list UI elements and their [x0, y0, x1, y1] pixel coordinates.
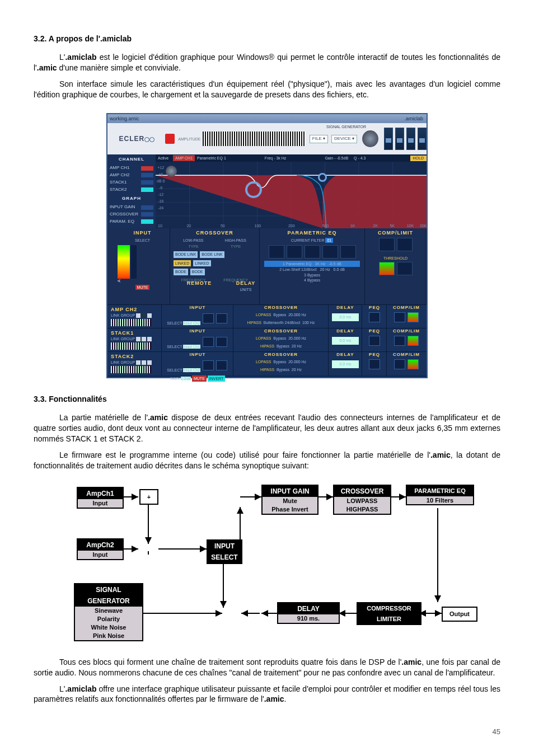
eq-knob[interactable]: [322, 245, 338, 259]
peq-icon[interactable]: [369, 312, 380, 322]
comp-icon[interactable]: [394, 312, 405, 322]
aside-row[interactable]: AMP CH1: [110, 165, 153, 171]
select-label: SELECT: [118, 238, 167, 243]
bodelink-chip[interactable]: BODE LINK: [174, 251, 198, 257]
link-group[interactable]: LINK GROUP: [111, 360, 152, 365]
peq-icon[interactable]: [369, 336, 380, 346]
switch-icon: [141, 173, 153, 177]
sel-value[interactable]: Input Ch2: [183, 368, 200, 372]
gain-value[interactable]: 0.0dB: [181, 377, 191, 381]
eq-row[interactable]: 4 Bypass: [264, 278, 360, 283]
box-title-l2: GENERATOR: [75, 595, 142, 607]
seg-title: CROSSOVER: [233, 305, 329, 311]
file-dropdown[interactable]: FILE ▾: [310, 135, 328, 143]
eq-knob[interactable]: [305, 245, 320, 259]
fader[interactable]: [395, 128, 404, 150]
strip-name: STACK2: [111, 353, 134, 360]
input-fader-track[interactable]: [131, 245, 137, 279]
aside-row[interactable]: INPUT GAIN: [110, 204, 153, 210]
strip-peq: PEQ: [362, 305, 387, 328]
lopass-label: LOPASS: [256, 360, 271, 364]
aside-row[interactable]: PARAM. EQ: [110, 219, 153, 225]
delay-value[interactable]: 0.0 ms: [332, 360, 359, 368]
linked-chip[interactable]: LINKED: [193, 260, 210, 266]
fader[interactable]: [384, 128, 393, 150]
freq-value: 20.000 Hz: [288, 336, 306, 340]
box-title: DELAY: [278, 603, 339, 614]
tiny-knob[interactable]: [216, 337, 227, 347]
strip-name: AMP CH2: [111, 306, 137, 313]
heading-3-2: 3.2. A propos de l'.amiclab: [34, 34, 500, 44]
invert-chip[interactable]: INVERT: [208, 375, 226, 382]
tiny-knob[interactable]: [216, 360, 227, 370]
link-group-label: LINK GROUP: [111, 336, 135, 341]
seg-title: DELAY: [329, 328, 362, 335]
aside-row[interactable]: STACK2: [110, 187, 153, 193]
link-box: [136, 337, 140, 341]
delay-value[interactable]: 0.0 ms: [332, 313, 359, 321]
link-group[interactable]: LINK GROUP: [111, 313, 152, 318]
strip-complim: COMP/LIM: [386, 328, 426, 352]
fader[interactable]: [418, 128, 427, 150]
output-faders: [384, 128, 427, 150]
aside-row[interactable]: CROSSOVER: [110, 212, 153, 218]
box-title: AmpCh2: [78, 539, 123, 551]
strip-complim: COMP/LIM: [386, 352, 426, 375]
amiclab-ref: .amiclab: [65, 53, 96, 62]
strip-meter: [111, 342, 151, 350]
fader[interactable]: [406, 128, 415, 150]
tiny-knob[interactable]: [203, 313, 214, 323]
sel-value[interactable]: Input Ch1: [183, 345, 200, 349]
eq-row-active[interactable]: 1 Parametric EQ 3K Hz -0.5 dB: [264, 261, 360, 267]
channel-title: CHANNEL: [110, 157, 153, 163]
box-title-l2: LIMITER: [358, 614, 420, 624]
bodelink-chip[interactable]: BODE LINK: [200, 251, 224, 257]
comp-icon[interactable]: [394, 359, 405, 369]
tiny-knob[interactable]: [203, 337, 214, 347]
sel-label: SELECT: [167, 321, 182, 325]
delay-value[interactable]: 0.0 ms: [332, 337, 359, 344]
comp-knob[interactable]: [397, 262, 413, 275]
device-dropdown[interactable]: DEVICE ▾: [331, 135, 357, 143]
peq-icon[interactable]: [369, 359, 380, 369]
mute-button[interactable]: MUTE: [135, 285, 150, 290]
link-group[interactable]: LINK GROUP: [111, 336, 152, 341]
bode-chip[interactable]: BODE: [174, 269, 188, 275]
lowpass-label: LOW-PASS: [183, 238, 203, 243]
eq-plot[interactable]: Active AMP CH1 Parametric EQ 1 Freq - 3k…: [156, 154, 427, 228]
eq-knob[interactable]: [340, 245, 356, 259]
svg-text:5K: 5K: [390, 224, 395, 228]
hold-button[interactable]: HOLD: [410, 156, 427, 161]
seg-title: INPUT: [162, 352, 233, 358]
screenshot-wrap: working.amic .amiclab ECLER AMPLITUDE FI…: [34, 113, 500, 378]
box-title-l2: SELECT: [208, 552, 241, 563]
brand-text: ECLER: [119, 135, 145, 143]
eq-knob[interactable]: [269, 245, 284, 259]
eq-knob[interactable]: [287, 245, 302, 259]
type-value: Bypass: [273, 313, 286, 317]
comp-knob[interactable]: [397, 238, 413, 251]
sel-value[interactable]: Input Ch2: [183, 321, 200, 325]
tiny-knob[interactable]: [203, 360, 214, 370]
filter-num[interactable]: 01: [325, 238, 333, 243]
mute-chip[interactable]: MUTE: [192, 375, 207, 382]
db-scale: +12+6dB 0-6-12-18-24: [157, 165, 165, 212]
closing-p1: Tous ces blocs qui forment une chaîne de…: [34, 657, 500, 678]
t: Tous ces blocs qui forment une chaîne de…: [59, 658, 401, 666]
sel-label: SELECT: [167, 345, 182, 349]
seg-title: COMP/LIM: [387, 352, 426, 358]
eq-row[interactable]: 2 Low-Shelf 12dB/oct 20 Hz 0.0 dB: [264, 267, 360, 272]
aside-row[interactable]: AMP CH2: [110, 172, 153, 179]
units-label: UNITS: [229, 287, 262, 292]
comp-icon[interactable]: [394, 336, 405, 346]
ampch2-strip: AMP CH2 LINK GROUP INPUT SELECT Input Ch…: [107, 304, 427, 328]
complim-block: COMP/LIMIT THRESHOLD: [365, 228, 427, 304]
eq-row[interactable]: 3 Bypass: [264, 273, 360, 278]
type-value: Bypass: [277, 344, 289, 348]
linked-chip[interactable]: LINKED: [174, 260, 191, 266]
bode-chip[interactable]: BODE: [190, 269, 205, 275]
tiny-knob[interactable]: [216, 313, 227, 323]
comp-knob[interactable]: [379, 238, 395, 251]
siggen-knob[interactable]: [362, 130, 378, 147]
aside-row[interactable]: STACK1: [110, 180, 153, 186]
